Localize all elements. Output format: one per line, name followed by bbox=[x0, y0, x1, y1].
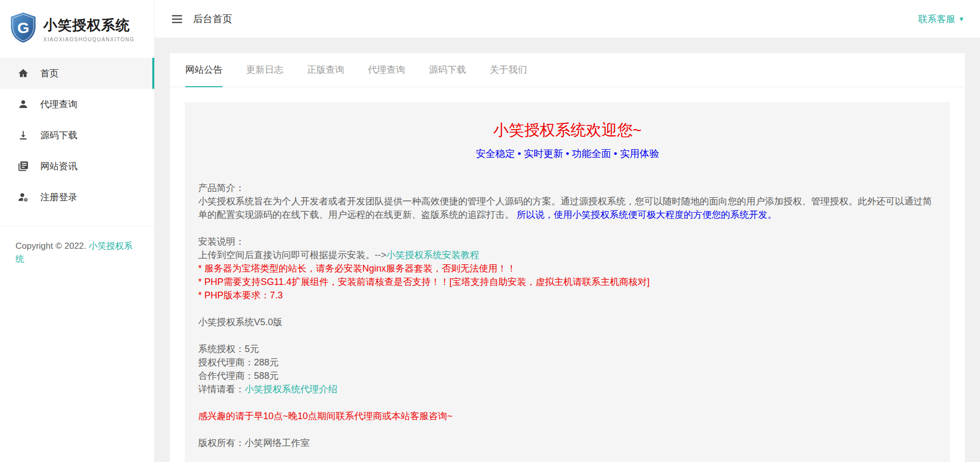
warning-php-version: * PHP版本要求：7.3 bbox=[198, 289, 937, 302]
hamburger-menu-icon[interactable] bbox=[170, 12, 184, 26]
top-header: 后台首页 联系客服 ▼ bbox=[155, 0, 980, 38]
sidebar-item-label: 注册登录 bbox=[40, 191, 77, 203]
sidebar-item-label: 首页 bbox=[40, 67, 59, 79]
person-icon bbox=[18, 99, 29, 110]
page-title: 后台首页 bbox=[193, 12, 232, 26]
shield-logo-icon: G bbox=[9, 12, 37, 46]
content-area: 网站公告 更新日志 正版查询 代理查询 源码下载 关于我们 小笑授权系统欢迎您~… bbox=[155, 38, 980, 462]
contact-support-dropdown[interactable]: 联系客服 ▼ bbox=[918, 13, 965, 25]
price-system: 系统授权：5元 bbox=[198, 342, 937, 356]
tab-site-announcement[interactable]: 网站公告 bbox=[185, 53, 222, 87]
tab-source-download[interactable]: 源码下载 bbox=[429, 53, 466, 87]
svg-text:G: G bbox=[17, 19, 29, 36]
announcement-subtitle: 安全稳定 • 实时更新 • 功能全面 • 实用体验 bbox=[198, 147, 937, 161]
price-agent: 授权代理商：288元 bbox=[198, 356, 937, 369]
price-partner: 合作代理商：588元 bbox=[198, 369, 937, 383]
spacer bbox=[198, 302, 937, 315]
announcement-body: 产品简介： 小笑授权系统旨在为个人开发者或者开发团队提供一种高效便捷的管理个人源… bbox=[198, 181, 937, 450]
main-column: 后台首页 联系客服 ▼ 网站公告 更新日志 正版查询 代理查询 源码下载 关于我… bbox=[155, 0, 980, 462]
intro-label: 产品简介： bbox=[198, 181, 937, 195]
version-line: 小笑授权系统V5.0版 bbox=[198, 315, 937, 329]
install-line: 上传到空间后直接访问即可根据提示安装。-->小笑授权系统安装教程 bbox=[198, 248, 937, 262]
contact-notice: 感兴趣的请于早10点~晚10点期间联系代理商或本站客服咨询~ bbox=[198, 409, 937, 423]
detail-label: 详情请看： bbox=[198, 384, 245, 394]
sidebar-item-agent-query[interactable]: 代理查询 bbox=[0, 89, 154, 120]
contact-support-label: 联系客服 bbox=[918, 13, 955, 25]
intro-paragraph: 小笑授权系统旨在为个人开发者或者开发团队提供一种高效便捷的管理个人源码的方案。通… bbox=[198, 195, 937, 221]
announcement-title: 小笑授权系统欢迎您~ bbox=[198, 120, 937, 141]
copyright-text: Copyright © 2022. bbox=[15, 241, 89, 251]
header-left: 后台首页 bbox=[170, 12, 232, 26]
announcement-panel: 小笑授权系统欢迎您~ 安全稳定 • 实时更新 • 功能全面 • 实用体验 产品简… bbox=[185, 102, 950, 462]
intro-highlight: 所以说，使用小笑授权系统便可极大程度的方便您的系统开发。 bbox=[514, 210, 777, 220]
home-icon bbox=[18, 68, 29, 79]
user-settings-icon bbox=[18, 192, 29, 203]
agent-intro-link[interactable]: 小笑授权系统代理介绍 bbox=[245, 384, 338, 394]
spacer bbox=[198, 423, 937, 436]
logo: G 小笑授权系统 XIAOXIAOSHOUQUANXITONG bbox=[0, 0, 154, 58]
tab-about-us[interactable]: 关于我们 bbox=[490, 53, 527, 87]
sidebar-menu: 首页 代理查询 源码下载 网站资讯 bbox=[0, 58, 154, 213]
tab-label: 正版查询 bbox=[307, 63, 344, 76]
tab-genuine-query[interactable]: 正版查询 bbox=[307, 53, 344, 87]
warning-sg11: * PHP需要支持SG11.4扩展组件，安装前请核查是否支持！！[宝塔支持自助安… bbox=[198, 275, 937, 289]
app-root: G 小笑授权系统 XIAOXIAOSHOUQUANXITONG 首页 代理查询 bbox=[0, 0, 980, 462]
logo-title: 小笑授权系统 bbox=[43, 16, 135, 35]
sidebar-copyright: Copyright © 2022. 小笑授权系统 bbox=[0, 227, 154, 279]
sidebar-item-label: 代理查询 bbox=[40, 98, 77, 110]
sidebar-item-home[interactable]: 首页 bbox=[0, 58, 154, 89]
tab-label: 更新日志 bbox=[246, 63, 283, 76]
sidebar-item-label: 源码下载 bbox=[40, 129, 77, 141]
sidebar: G 小笑授权系统 XIAOXIAOSHOUQUANXITONG 首页 代理查询 bbox=[0, 0, 155, 462]
footer-copyright-line: 版权所有：小笑网络工作室 bbox=[198, 436, 937, 450]
install-tutorial-link[interactable]: 小笑授权系统安装教程 bbox=[387, 250, 479, 260]
spacer bbox=[198, 396, 937, 409]
tab-label: 网站公告 bbox=[185, 63, 222, 76]
spacer bbox=[198, 221, 937, 235]
sidebar-item-register-login[interactable]: 注册登录 bbox=[0, 182, 154, 213]
tab-label: 代理查询 bbox=[368, 63, 405, 76]
sidebar-item-site-news[interactable]: 网站资讯 bbox=[0, 151, 154, 182]
tab-label: 源码下载 bbox=[429, 63, 466, 76]
tab-changelog[interactable]: 更新日志 bbox=[246, 53, 283, 87]
tab-bar: 网站公告 更新日志 正版查询 代理查询 源码下载 关于我们 bbox=[170, 53, 965, 87]
install-text: 上传到空间后直接访问即可根据提示安装。--> bbox=[198, 250, 387, 260]
spacer bbox=[198, 329, 937, 342]
download-icon bbox=[18, 130, 29, 141]
logo-subtitle: XIAOXIAOSHOUQUANXITONG bbox=[43, 37, 135, 42]
library-books-icon bbox=[18, 161, 29, 172]
sidebar-item-source-download[interactable]: 源码下载 bbox=[0, 120, 154, 151]
tab-agent-query[interactable]: 代理查询 bbox=[368, 53, 405, 87]
logo-text: 小笑授权系统 XIAOXIAOSHOUQUANXITONG bbox=[43, 16, 135, 42]
detail-line: 详情请看：小笑授权系统代理介绍 bbox=[198, 383, 937, 396]
main-card: 网站公告 更新日志 正版查询 代理查询 源码下载 关于我们 小笑授权系统欢迎您~… bbox=[170, 53, 965, 462]
sidebar-item-label: 网站资讯 bbox=[40, 160, 77, 172]
warning-nginx: * 服务器为宝塔类型的站长，请务必安装Nginx服务器套装，否则无法使用！！ bbox=[198, 262, 937, 275]
install-label: 安装说明： bbox=[198, 235, 937, 248]
tab-label: 关于我们 bbox=[490, 63, 527, 76]
chevron-down-icon: ▼ bbox=[958, 15, 965, 23]
